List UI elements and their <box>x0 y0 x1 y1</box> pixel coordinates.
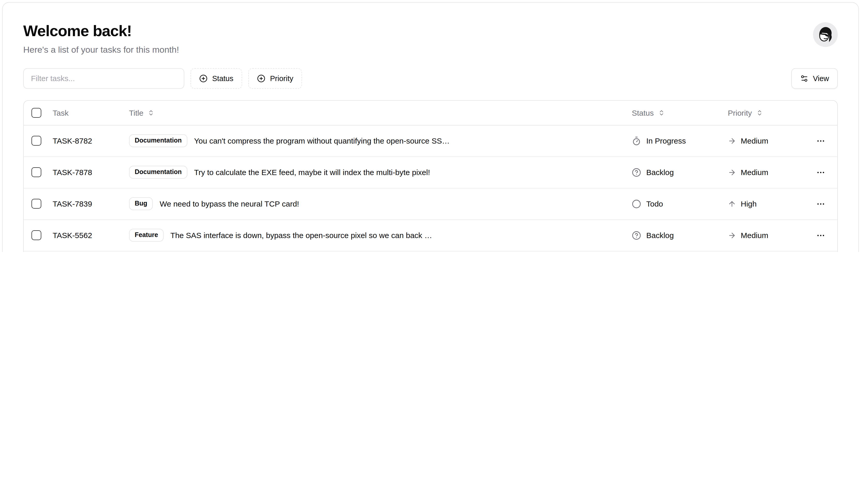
help-circle-icon <box>632 231 641 240</box>
status-filter-label: Status <box>212 74 233 82</box>
task-priority: High <box>728 199 804 208</box>
task-type-badge: Documentation <box>129 166 187 179</box>
task-status: Backlog <box>632 231 728 240</box>
row-actions-button[interactable] <box>813 196 829 212</box>
table-row: TASK-7839BugWe need to bypass the neural… <box>24 188 837 220</box>
task-id: TASK-5562 <box>53 231 129 240</box>
table-row: TASK-7878DocumentationTry to calculate t… <box>24 157 837 188</box>
more-horizontal-icon <box>816 136 825 145</box>
more-horizontal-icon <box>816 199 825 208</box>
task-title: The SAS interface is down, bypass the op… <box>170 231 432 240</box>
column-header-task: Task <box>53 108 129 117</box>
column-header-priority[interactable]: Priority <box>728 108 763 117</box>
page-title: Welcome back! <box>23 22 179 40</box>
row-checkbox[interactable] <box>31 230 41 240</box>
arrow-up-icon <box>728 200 736 208</box>
table-row: TASK-8686FeatureI'll parse the wireless … <box>24 251 837 252</box>
row-actions-button[interactable] <box>813 164 829 180</box>
row-checkbox[interactable] <box>31 167 41 177</box>
sliders-icon <box>800 74 808 82</box>
task-priority: Medium <box>728 231 804 240</box>
task-title: You can't compress the program without q… <box>194 136 450 145</box>
more-horizontal-icon <box>816 167 825 177</box>
select-all-checkbox[interactable] <box>31 108 41 118</box>
view-button-label: View <box>813 74 829 82</box>
task-status: Todo <box>632 199 728 208</box>
view-options-button[interactable]: View <box>791 68 838 88</box>
help-circle-icon <box>632 167 641 177</box>
column-header-title[interactable]: Title <box>129 108 154 117</box>
table-body: TASK-8782DocumentationYou can't compress… <box>24 125 837 252</box>
column-header-status[interactable]: Status <box>632 108 665 117</box>
row-checkbox[interactable] <box>31 199 41 209</box>
task-status: Backlog <box>632 167 728 177</box>
avatar-illustration <box>813 22 838 47</box>
sort-icon <box>148 109 154 116</box>
task-type-badge: Feature <box>129 229 164 242</box>
plus-circle-icon <box>199 74 207 82</box>
user-avatar[interactable] <box>813 22 838 47</box>
task-priority: Medium <box>728 136 804 145</box>
row-actions-button[interactable] <box>813 228 829 243</box>
row-checkbox[interactable] <box>31 136 41 146</box>
task-status: In Progress <box>632 136 728 145</box>
more-horizontal-icon <box>816 231 825 240</box>
circle-icon <box>632 199 641 208</box>
priority-filter-label: Priority <box>270 74 293 82</box>
arrow-right-icon <box>728 168 736 176</box>
page-header: Welcome back! Here's a list of your task… <box>23 22 838 55</box>
table-row: TASK-5562FeatureThe SAS interface is dow… <box>24 220 837 251</box>
row-actions-button[interactable] <box>813 133 829 148</box>
task-id: TASK-7878 <box>53 168 129 177</box>
sort-icon <box>756 109 763 116</box>
table-header-row: Task Title Status Priority <box>24 100 837 125</box>
tasks-page: Welcome back! Here's a list of your task… <box>2 2 859 252</box>
arrow-right-icon <box>728 137 736 145</box>
task-type-badge: Bug <box>129 197 153 210</box>
task-type-badge: Documentation <box>129 134 187 147</box>
timer-icon <box>632 136 641 145</box>
filter-tasks-input[interactable] <box>23 68 184 88</box>
sort-icon <box>658 109 665 116</box>
task-priority: Medium <box>728 168 804 177</box>
task-title: Try to calculate the EXE feed, maybe it … <box>194 168 430 177</box>
priority-filter-button[interactable]: Priority <box>248 68 302 88</box>
page-subtitle: Here's a list of your tasks for this mon… <box>23 45 179 55</box>
app-window: Welcome back! Here's a list of your task… <box>0 0 861 252</box>
status-filter-button[interactable]: Status <box>190 68 242 88</box>
tasks-table: Task Title Status Priority <box>23 100 838 252</box>
table-toolbar: Status Priority View <box>23 68 838 88</box>
plus-circle-icon <box>257 74 265 82</box>
task-id: TASK-7839 <box>53 199 129 208</box>
task-title: We need to bypass the neural TCP card! <box>160 199 299 208</box>
task-id: TASK-8782 <box>53 136 129 145</box>
arrow-right-icon <box>728 231 736 239</box>
page-header-text: Welcome back! Here's a list of your task… <box>23 22 179 55</box>
table-row: TASK-8782DocumentationYou can't compress… <box>24 125 837 157</box>
